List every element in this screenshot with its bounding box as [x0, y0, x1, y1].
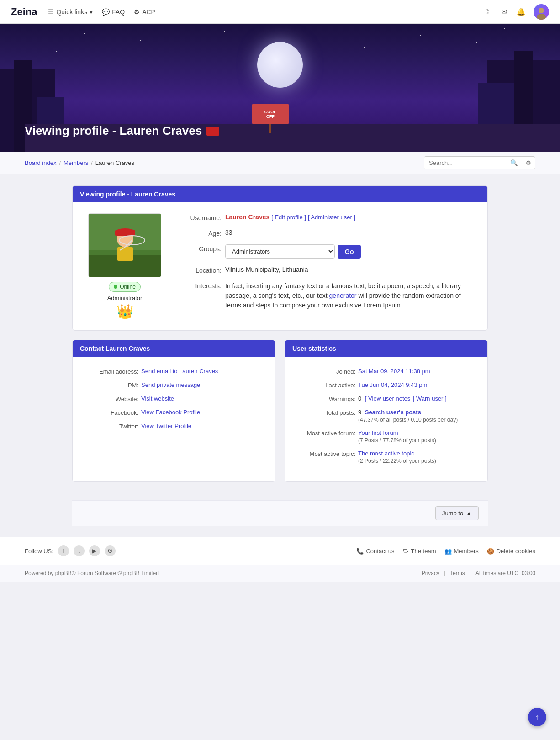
search-input[interactable]: [424, 157, 507, 169]
theme-toggle-icon[interactable]: ☽: [481, 7, 491, 17]
stats-card-body: Joined: Sat Mar 09, 2024 11:38 pm Last a…: [285, 357, 487, 481]
pm-value: Send private message: [141, 381, 264, 388]
website-label: Website:: [84, 395, 138, 402]
active-forum-row: Most active forum: Your first forum (7 P…: [296, 429, 476, 444]
username-value: Lauren Craves [ Edit profile ] [ Adminis…: [225, 213, 476, 221]
mail-icon[interactable]: ✉: [499, 7, 509, 17]
notifications-icon[interactable]: 🔔: [516, 7, 526, 17]
follow-us: Follow US: f t ▶ G: [25, 545, 116, 556]
youtube-social-icon[interactable]: ▶: [89, 545, 100, 556]
send-pm-link[interactable]: Send private message: [141, 381, 200, 388]
hero-title: Viewing profile - Lauren Craves: [25, 124, 219, 138]
twitter-link[interactable]: View Twitter Profile: [141, 423, 191, 429]
visit-website-link[interactable]: Visit website: [141, 395, 174, 402]
pm-label: PM:: [84, 381, 138, 389]
total-posts-value: 9 Search user's posts (47.37% of all pos…: [358, 409, 476, 423]
acp-link[interactable]: ⚙ ACP: [134, 8, 155, 16]
footer-bottom: Powered by phpBB® Forum Software © phpBB…: [0, 565, 560, 582]
online-dot: [114, 285, 117, 289]
timezone-text: All times are UTC+03:00: [475, 570, 535, 576]
view-notes-link[interactable]: [ View user notes: [365, 395, 410, 402]
email-label: Email address:: [84, 368, 138, 375]
shield-icon: 🛡: [403, 548, 409, 555]
website-value: Visit website: [141, 395, 264, 402]
facebook-row: Facebook: View Facebook Profile: [84, 409, 264, 416]
search-settings-button[interactable]: ⚙: [522, 157, 535, 169]
warn-user-link[interactable]: | Warn user ]: [413, 395, 447, 402]
twitter-row: Twitter: View Twitter Profile: [84, 423, 264, 430]
total-posts-sub: (47.37% of all posts / 0.10 posts per da…: [358, 417, 476, 423]
warnings-row: Warnings: 0 [ View user notes | Warn use…: [296, 395, 476, 402]
warnings-label: Warnings:: [296, 395, 355, 402]
interests-value: In fact, inserting any fantasy text or a…: [225, 281, 476, 310]
quick-links-menu[interactable]: ☰ Quick links ▾: [48, 8, 93, 16]
flag-icon: [206, 127, 219, 136]
hero-banner: COOLOFF Viewing profile - Lauren Craves: [0, 24, 560, 152]
username-row: Username: Lauren Craves [ Edit profile ]…: [180, 213, 476, 222]
privacy-link[interactable]: Privacy: [422, 570, 439, 576]
contact-us-link[interactable]: 📞 Contact us: [356, 548, 394, 555]
team-link[interactable]: 🛡 The team: [403, 548, 436, 555]
profile-card: Viewing profile - Lauren Craves: [72, 185, 488, 331]
jump-to-button[interactable]: Jump to ▲: [435, 506, 479, 520]
site-logo[interactable]: Zeina: [11, 6, 37, 18]
search-posts-link[interactable]: Search user's posts: [365, 409, 421, 416]
last-active-row: Last active: Tue Jun 04, 2024 9:43 pm: [296, 381, 476, 389]
username-text: Lauren Craves: [225, 213, 269, 221]
send-email-link[interactable]: Send email to Lauren Craves: [141, 368, 218, 375]
facebook-link[interactable]: View Facebook Profile: [141, 409, 200, 416]
username-label: Username:: [180, 213, 222, 222]
groups-select[interactable]: Administrators: [225, 244, 335, 259]
location-label: Location:: [180, 266, 222, 274]
twitter-social-icon[interactable]: t: [74, 545, 85, 556]
email-value: Send email to Lauren Craves: [141, 368, 264, 375]
edit-profile-link[interactable]: [ Edit profile ]: [271, 214, 306, 221]
twitter-label: Twitter:: [84, 423, 138, 430]
members-link[interactable]: 👥 Members: [444, 548, 479, 555]
faq-link[interactable]: 💬 FAQ: [102, 8, 125, 16]
joined-row: Joined: Sat Mar 09, 2024 11:38 pm: [296, 368, 476, 375]
breadcrumb: Board index / Members / Lauren Craves: [25, 159, 134, 166]
active-forum-value: Your first forum (7 Posts / 77.78% of yo…: [358, 429, 476, 444]
administer-user-link[interactable]: [ Administer user ]: [308, 214, 355, 221]
contact-card-body: Email address: Send email to Lauren Crav…: [73, 357, 275, 447]
footer-sep-1: |: [444, 570, 445, 576]
moon-decoration: [257, 42, 303, 88]
active-topic-link[interactable]: The most active topic: [358, 450, 414, 457]
age-label: Age:: [180, 229, 222, 237]
two-col-section: Contact Lauren Craves Email address: Sen…: [72, 340, 488, 491]
follow-label: Follow US:: [25, 548, 53, 555]
question-icon: 💬: [102, 8, 110, 16]
interests-row: Interests: In fact, inserting any fantas…: [180, 281, 476, 310]
delete-cookies-link[interactable]: 🍪 Delete cookies: [487, 548, 535, 555]
breadcrumb-board-index[interactable]: Board index: [25, 159, 56, 166]
chevron-up-icon: ▲: [466, 510, 472, 517]
navbar-links: ☰ Quick links ▾ 💬 FAQ ⚙ ACP: [48, 8, 481, 16]
groups-label: Groups:: [180, 244, 222, 253]
active-forum-label: Most active forum:: [296, 429, 355, 437]
stats-card-header: User statistics: [285, 340, 487, 357]
terms-link[interactable]: Terms: [450, 570, 465, 576]
email-row: Email address: Send email to Lauren Crav…: [84, 368, 264, 375]
active-topic-row: Most active topic: The most active topic…: [296, 450, 476, 464]
joined-value: Sat Mar 09, 2024 11:38 pm: [358, 368, 476, 375]
groups-row: Groups: Administrators Go: [180, 244, 476, 259]
profile-right: Username: Lauren Craves [ Edit profile ]…: [180, 213, 476, 319]
facebook-social-icon[interactable]: f: [58, 545, 69, 556]
contact-card: Contact Lauren Craves Email address: Sen…: [72, 340, 275, 482]
user-avatar[interactable]: [534, 4, 549, 20]
active-topic-label: Most active topic:: [296, 450, 355, 457]
search-button[interactable]: 🔍: [507, 157, 522, 169]
breadcrumb-members[interactable]: Members: [63, 159, 88, 166]
generator-link[interactable]: generator: [329, 292, 357, 299]
google-social-icon[interactable]: G: [105, 545, 116, 556]
breadcrumb-sep-1: /: [59, 159, 61, 166]
profile-card-header: Viewing profile - Lauren Craves: [73, 186, 487, 202]
navbar-right: ☽ ✉ 🔔: [481, 4, 549, 20]
go-button[interactable]: Go: [338, 245, 361, 259]
profile-left: Online Administrator 👑: [84, 213, 166, 319]
active-forum-link[interactable]: Your first forum: [358, 429, 398, 436]
billboard-decoration: COOLOFF: [252, 104, 289, 124]
warnings-value: 0 [ View user notes | Warn user ]: [358, 395, 476, 402]
location-row: Location: Vilnius Municipality, Lithuani…: [180, 266, 476, 274]
